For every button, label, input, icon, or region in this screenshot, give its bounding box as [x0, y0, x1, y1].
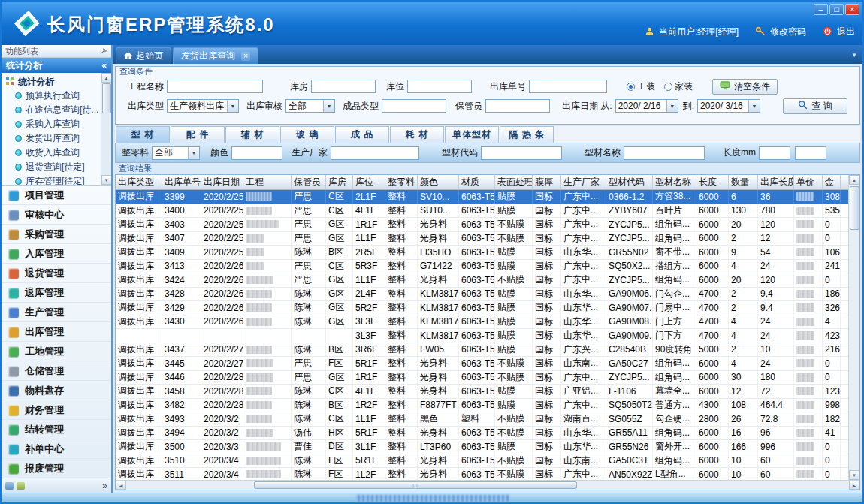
profile-name-input[interactable]	[624, 146, 705, 160]
menu-item[interactable]: 仓储管理	[2, 361, 111, 381]
jiazhuang-radio[interactable]	[664, 83, 672, 91]
whole-part-select[interactable]: 全部▼	[152, 146, 200, 160]
material-tab[interactable]: 型 材	[116, 126, 170, 143]
column-header[interactable]: 数量	[729, 175, 758, 189]
sidebar-section-header[interactable]: 统计分析 «	[2, 58, 111, 73]
table-row[interactable]: 调拨出库34292020/2/26石▓▓城陈琳G区5R2F整料KLM381760…	[116, 301, 848, 315]
table-row[interactable]: 调拨出库33992020/2/25华▓原▓严思C区2L1F整料SV10...60…	[116, 190, 848, 204]
menu-item[interactable]: 结转管理	[2, 420, 111, 439]
order-no-input[interactable]	[529, 80, 607, 93]
keeper-input[interactable]	[485, 99, 550, 113]
material-tab[interactable]: 配 件	[171, 126, 225, 143]
scrollbar-thumb[interactable]	[102, 83, 111, 113]
scroll-down-icon[interactable]: ▼	[849, 470, 859, 480]
table-row[interactable]: 调拨出库34282020/2/26石▓▓城陈琳G区2L4F整料KLM381760…	[116, 288, 848, 302]
logout-button[interactable]: 退出	[837, 26, 855, 38]
tree-item[interactable]: 在途信息查询[待...	[5, 103, 99, 117]
clear-conditions-button[interactable]: 清空条件	[712, 79, 778, 95]
content-tab[interactable]: 发货出库查询×	[173, 47, 258, 64]
table-row[interactable]: 调拨出库34032020/2/25工▓▓工程严思G区1R1F整料光身料6063-…	[116, 218, 848, 232]
menu-item[interactable]: 生产管理	[2, 303, 111, 322]
table-row[interactable]: 调拨出库34932020/3/2华▓原▓陈琳C区1L1F整料黑色塑料不贴膜国标湖…	[116, 412, 848, 427]
length-min-input[interactable]	[759, 146, 790, 160]
column-header[interactable]: 型材名称	[653, 175, 696, 189]
close-button[interactable]: ×	[845, 4, 859, 15]
table-row[interactable]: 调拨出库35002020/3/3工▓共工程曹佳D区3L1F整料LT3P60606…	[116, 440, 848, 454]
maximize-button[interactable]: □	[829, 4, 844, 15]
tree-item[interactable]: 预算执行查询	[5, 89, 99, 103]
menu-item[interactable]: 项目管理	[2, 186, 111, 205]
jiazhuang-radio-label[interactable]: 家装	[675, 80, 693, 93]
date-to-picker[interactable]: 2020/ 3/16▼	[697, 99, 760, 113]
color-input[interactable]	[231, 146, 282, 160]
more-chevron-icon[interactable]: »	[102, 481, 107, 491]
menu-item[interactable]: 财务管理	[2, 400, 111, 420]
column-header[interactable]: 工程	[243, 175, 292, 189]
table-row[interactable]: 调拨出库34372020/2/27佛▓▓工陈琳B区3R6F整料FW056063-…	[116, 343, 848, 358]
table-row[interactable]: 调拨出库34132020/2/26南▓▓严思C区5R3F整料G714226063…	[116, 260, 848, 274]
date-from-picker[interactable]: 2020/ 2/16▼	[615, 99, 678, 113]
scroll-up-icon[interactable]: ▲	[849, 175, 859, 185]
material-tab[interactable]: 单体型材	[445, 126, 499, 143]
warehouse-input[interactable]	[311, 80, 376, 93]
table-row[interactable]: 3L3F整料KLM38176063-T5贴膜国标山东华...GA90M09...…	[116, 329, 848, 343]
table-row[interactable]: 调拨出库34822020/2/28华▓原▓陈琳B区1R2F整料F8877FT60…	[116, 399, 848, 413]
manufacturer-input[interactable]	[331, 146, 419, 160]
menu-item[interactable]: 补单中心	[2, 439, 111, 459]
tab-list-dropdown-icon[interactable]: ▼	[851, 52, 857, 59]
material-tab[interactable]: 玻 璃	[280, 126, 334, 143]
scroll-up-icon[interactable]: ▲	[101, 73, 112, 83]
pin-icon[interactable]	[101, 47, 107, 56]
menu-item[interactable]: 出库管理	[2, 322, 111, 342]
menu-item[interactable]: 退库管理	[2, 283, 111, 303]
hscrollbar-thumb[interactable]: |||	[254, 481, 577, 489]
tree-item[interactable]: 收货入库查询	[5, 146, 99, 160]
tree-item[interactable]: 库存管理[待定]	[5, 174, 99, 186]
scroll-down-icon[interactable]: ▼	[101, 175, 112, 185]
collapse-icon[interactable]: «	[101, 60, 107, 71]
column-header[interactable]: 型材代码	[606, 175, 653, 189]
column-header[interactable]: 出库类型	[116, 175, 162, 189]
menu-item[interactable]: 采购管理	[2, 225, 111, 244]
menu-item[interactable]: 退货管理	[2, 264, 111, 283]
column-header[interactable]: 出库单号	[162, 175, 201, 189]
column-header[interactable]: 膜厚	[533, 175, 561, 189]
menu-item[interactable]: 报废管理	[2, 459, 111, 478]
menu-item[interactable]: 工地管理	[2, 342, 111, 361]
menu-item[interactable]: 物料盘存	[2, 381, 111, 400]
gongzhuang-radio-label[interactable]: 工装	[637, 80, 655, 93]
horizontal-scrollbar[interactable]: ◀ ||| ▶	[116, 480, 859, 490]
change-password-link[interactable]: 修改密码	[770, 26, 806, 38]
column-header[interactable]: 长度	[696, 175, 729, 189]
audit-select[interactable]: 全部▼	[285, 99, 335, 113]
table-row[interactable]: 调拨出库34302020/2/26石▓▓城陈琳G区3L3F整料KLM381760…	[116, 315, 848, 330]
tree-item[interactable]: 采购入库查询	[5, 117, 99, 131]
profile-code-input[interactable]	[481, 146, 562, 160]
column-header[interactable]: 库位	[353, 175, 385, 189]
scroll-right-icon[interactable]: ▶	[849, 481, 859, 490]
table-row[interactable]: 调拨出库34242020/2/26工▓工程严思G区1L1F整料光身料6063-T…	[116, 273, 848, 288]
column-header[interactable]: 生产厂家	[561, 175, 606, 189]
vscrollbar-thumb[interactable]	[850, 186, 859, 230]
scroll-left-icon[interactable]: ◀	[116, 481, 126, 490]
computer-icon[interactable]	[17, 482, 25, 490]
material-tab[interactable]: 辅 材	[225, 126, 279, 143]
material-tab[interactable]: 隔 热 条	[500, 126, 554, 143]
table-row[interactable]: 调拨出库35102020/3/4工▓共工程陈琳F区5R1F整料光身料6063-T…	[116, 454, 848, 469]
material-tab[interactable]: 成 品	[335, 126, 389, 143]
column-header[interactable]: 单价	[794, 175, 823, 189]
tree-scrollbar[interactable]: ▲ ▼	[101, 73, 111, 185]
location-input[interactable]	[407, 80, 472, 93]
content-tab[interactable]: 起始页	[116, 47, 171, 64]
tree-item[interactable]: 发货出库查询	[5, 131, 99, 146]
table-row[interactable]: 调拨出库34462020/2/28工▓工程严思G区1R1F整料光身料6063-T…	[116, 371, 848, 385]
out-type-select[interactable]: 生产领料出库▼	[167, 99, 239, 113]
vertical-scrollbar[interactable]: ▲ ▼	[848, 175, 859, 480]
product-type-input[interactable]	[382, 99, 446, 113]
menu-item[interactable]: 审核中心	[2, 205, 111, 225]
gongzhuang-radio[interactable]	[627, 83, 635, 91]
project-name-input[interactable]	[167, 80, 263, 93]
column-header[interactable]: 库房	[326, 175, 353, 189]
minimize-button[interactable]: –	[814, 4, 828, 15]
material-tab[interactable]: 耗 材	[390, 126, 444, 143]
